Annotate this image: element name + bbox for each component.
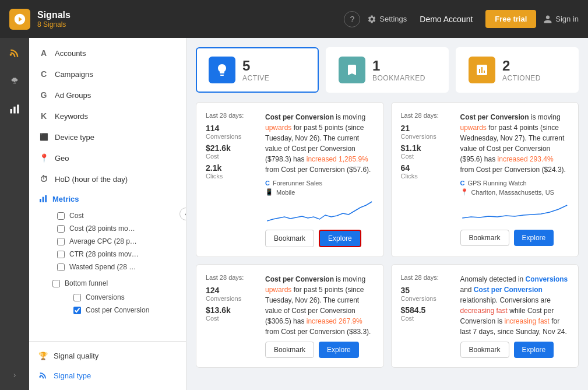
metric-avgcpc[interactable]: Average CPC (28 p… (52, 235, 186, 248)
metrics-label: Metrics (52, 195, 79, 203)
telescope-icon[interactable] (5, 72, 24, 90)
metric-label-clicks-1: Clicks (206, 173, 258, 180)
metric-cost-checkbox[interactable] (57, 212, 65, 220)
costperconv-checkbox[interactable] (73, 307, 81, 314)
signal-1-mid: is moving (334, 113, 365, 121)
signal-card-2-metrics: Last 28 days: 21 Conversions $1.1k Cost … (401, 112, 453, 246)
signal-4-increasing: increasing fast (505, 317, 550, 325)
adgroups-label: Ad Groups (55, 91, 91, 100)
conversions-label: Conversions (86, 293, 125, 301)
sign-in-button[interactable]: Sign in (543, 15, 579, 24)
active-count: 5 (242, 58, 269, 74)
signal-card-1-period: Last 28 days: (206, 112, 258, 119)
bottom-funnel-checkbox[interactable] (52, 280, 60, 287)
metric-avgcpc-checkbox[interactable] (57, 238, 65, 245)
signal-4-decreasing: decreasing fast (460, 307, 508, 315)
left-icon-strip: › (0, 38, 29, 390)
adgroups-letter: G (38, 90, 49, 100)
sidebar-item-keywords[interactable]: K Keywords (29, 106, 186, 127)
sidebar-item-accounts[interactable]: A Accounts (29, 43, 186, 64)
costperconv-label: Cost per Conversion (86, 306, 149, 314)
metric-costperconv[interactable]: Cost per Conversion (69, 304, 186, 317)
expand-left-icon[interactable]: › (5, 366, 24, 384)
sidebar-item-campaigns[interactable]: C Campaigns (29, 64, 186, 85)
metric-label-cost-3: Cost (206, 315, 258, 322)
sidebar-item-devicetype[interactable]: ⬛ Device type (29, 127, 186, 147)
signal-2-location: 📍 Charlton, Massachusetts, US (460, 188, 569, 196)
sidebar-item-signaltype[interactable]: Signal type (29, 366, 186, 385)
metric-value-cost-2: $1.1k (401, 143, 453, 153)
signal-card-2-period: Last 28 days: (401, 112, 453, 119)
signal-card-3-body: Cost per Conversion is moving upwards fo… (265, 274, 374, 358)
metric-value-conv-1: 114 (206, 124, 258, 133)
signal-4-bookmark-button[interactable]: Bookmark (460, 342, 509, 358)
signal-card-1-meta: C Forerunner Sales 📱 Mobile (265, 180, 374, 196)
bottom-funnel-header[interactable]: Bottom funnel (45, 277, 186, 290)
signal-4-explore-button[interactable]: Explore (514, 342, 554, 358)
signal-3-explore-button[interactable]: Explore (319, 342, 359, 358)
svg-rect-0 (10, 109, 12, 114)
metric-wastedspend[interactable]: Wasted Spend (28 … (52, 261, 186, 273)
signal-card-2-body: Cost per Conversion is moving upwards fo… (460, 112, 569, 246)
signal-2-mid: is moving (529, 113, 561, 121)
campaigns-letter: C (38, 69, 49, 79)
metric-label-cost-4: Cost (401, 315, 453, 322)
hod-icon: ⏱ (38, 174, 49, 184)
bottom-funnel-items: Conversions Cost per Conversion (45, 290, 186, 318)
signal-3-bookmark-button[interactable]: Bookmark (265, 342, 314, 358)
signal-2-bookmark-button[interactable]: Bookmark (460, 230, 509, 246)
metric-cost28[interactable]: Cost (28 points mo… (52, 222, 186, 235)
geo-label: Geo (55, 154, 69, 163)
chart-icon[interactable] (5, 100, 24, 118)
stat-card-bookmarked: 1 Bookmarked (326, 47, 449, 93)
metric-cost[interactable]: Cost (52, 209, 186, 222)
devicetype-label: Device type (55, 133, 94, 142)
sidebar-item-hod[interactable]: ⏱ HoD (hour of the day) (29, 168, 186, 189)
metric-conversions[interactable]: Conversions (69, 291, 186, 304)
campaign-icon-2: C (460, 180, 465, 187)
signal-1-explore-button[interactable]: Explore (319, 230, 361, 247)
device-label-1: Mobile (276, 189, 295, 196)
signal-4-prefix: Anomaly detected in (460, 275, 526, 283)
sidebar-item-signalquality[interactable]: 🏆 Signal quality (29, 346, 186, 366)
metric-value-clicks-2: 64 (401, 163, 453, 173)
signal-card-4-text: Anomaly detected in Conversions and Cost… (460, 274, 569, 337)
settings-button[interactable]: Settings (367, 15, 407, 24)
metric-row-cost-2: $1.1k Cost (401, 143, 453, 160)
metric-cost-label: Cost (69, 212, 84, 220)
conversions-checkbox[interactable] (73, 294, 81, 301)
campaign-name-1: Forerunner Sales (273, 180, 322, 187)
metric-ctr-checkbox[interactable] (57, 251, 65, 258)
main-layout: › A Accounts C Campaigns G Ad Groups K K… (0, 38, 588, 390)
signal-card-4-inner: Last 28 days: 35 Conversions $584.5 Cost… (401, 274, 569, 358)
metric-label-conv-4: Conversions (401, 295, 453, 302)
free-trial-button[interactable]: Free trial (485, 10, 536, 28)
signal-4-conv-link: Conversions (526, 275, 568, 283)
sidebar-item-adgroups[interactable]: G Ad Groups (29, 85, 186, 106)
metric-value-cost-1: $21.6k (206, 143, 258, 153)
signal-1-bold: Cost per Conversion (265, 113, 334, 121)
metrics-checkboxes: Cost Cost (28 points mo… Average CPC (28… (29, 208, 186, 275)
help-button[interactable]: ? (344, 11, 360, 27)
signal-2-direction: upwards (460, 124, 487, 132)
sidebar-item-geo[interactable]: 📍 Geo (29, 147, 186, 168)
metric-wastedspend-checkbox[interactable] (57, 263, 65, 271)
metric-value-conv-4: 35 (401, 286, 453, 295)
geo-icon-2: 📍 (460, 188, 469, 196)
signalquality-label: Signal quality (54, 352, 98, 360)
metrics-section-header[interactable]: Metrics (29, 189, 186, 208)
active-icon (209, 57, 235, 83)
signal-2-explore-button[interactable]: Explore (514, 230, 554, 246)
metric-label-cost-2: Cost (401, 153, 453, 160)
rss-icon[interactable] (5, 44, 24, 62)
metric-ctr[interactable]: CTR (28 points mov… (52, 248, 186, 261)
signal-card-3: Last 28 days: 124 Conversions $13.6k Cos… (196, 264, 384, 368)
accounts-label: Accounts (55, 49, 86, 58)
main-content: 5 Active 1 Bookmarked 2 Acti (186, 38, 588, 390)
signal-card-1-body: Cost per Conversion is moving upwards fo… (265, 112, 374, 247)
metric-cost28-checkbox[interactable] (57, 225, 65, 233)
signaltype-label: Signal type (54, 371, 91, 380)
signal-1-bookmark-button[interactable]: Bookmark (265, 230, 314, 247)
signal-card-2-inner: Last 28 days: 21 Conversions $1.1k Cost … (401, 112, 569, 246)
metric-row-clicks-2: 64 Clicks (401, 163, 453, 180)
